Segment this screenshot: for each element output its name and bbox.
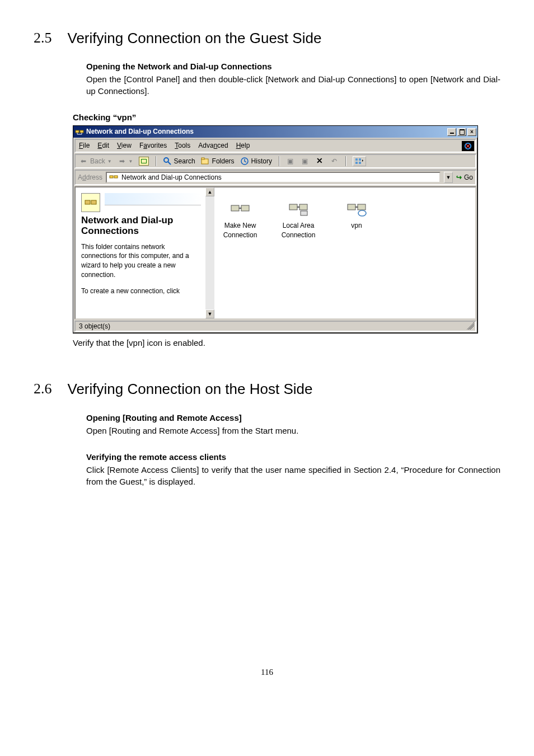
back-button: ⬅ Back ▼ bbox=[79, 157, 112, 166]
menu-view[interactable]: View bbox=[117, 141, 132, 151]
address-field[interactable]: Network and Dial-up Connections bbox=[106, 172, 441, 183]
copyto-icon: ▣ bbox=[301, 157, 310, 166]
delete-icon: ✕ bbox=[315, 157, 324, 166]
verify-block-26: Verifying the remote access clients Clic… bbox=[86, 451, 500, 487]
separator bbox=[345, 156, 346, 166]
svg-line-7 bbox=[168, 162, 171, 165]
svg-rect-18 bbox=[91, 200, 96, 204]
section-number: 2.5 bbox=[34, 28, 52, 48]
svg-rect-11 bbox=[355, 158, 358, 161]
scroll-down-button[interactable]: ▼ bbox=[205, 309, 214, 318]
up-folder-icon bbox=[139, 157, 149, 166]
svg-rect-19 bbox=[231, 205, 239, 211]
folder-banner-icon bbox=[81, 193, 100, 212]
svg-rect-13 bbox=[355, 162, 358, 164]
forward-arrow-icon: ➡ bbox=[118, 157, 127, 166]
icons-pane: Make New Connection Local Area Connectio… bbox=[205, 187, 475, 318]
svg-rect-17 bbox=[85, 200, 90, 204]
menu-advanced[interactable]: Advanced bbox=[198, 141, 228, 151]
vpn-label: vpn bbox=[334, 221, 379, 231]
section-2-6-heading: 2.6 Verifying Connection on the Host Sid… bbox=[34, 379, 500, 399]
separator bbox=[279, 156, 279, 166]
views-button[interactable] bbox=[353, 156, 366, 166]
left-scrollbar[interactable]: ▲ ▼ bbox=[205, 187, 214, 318]
opening-heading-25: Opening the Network and Dial-up Connecti… bbox=[86, 60, 500, 72]
search-icon bbox=[163, 157, 172, 166]
maximize-button[interactable] bbox=[457, 128, 466, 136]
svg-rect-23 bbox=[299, 204, 307, 210]
address-field-icon bbox=[109, 173, 118, 182]
network-folder-icon bbox=[75, 128, 84, 137]
search-label: Search bbox=[174, 157, 195, 166]
scroll-up-button[interactable]: ▲ bbox=[205, 187, 214, 196]
menu-edit[interactable]: Edit bbox=[97, 141, 109, 151]
up-button[interactable] bbox=[139, 157, 149, 166]
section-title: Verifying Connection on the Guest Side bbox=[68, 28, 322, 48]
vpn-icon bbox=[345, 196, 368, 219]
go-button[interactable]: ↪ Go bbox=[456, 173, 473, 182]
menu-help[interactable]: Help bbox=[236, 141, 250, 151]
svg-rect-25 bbox=[301, 211, 307, 215]
window-title: Network and Dial-up Connections bbox=[86, 127, 447, 137]
svg-rect-22 bbox=[289, 204, 297, 210]
menubar: File Edit View Favorites Tools Advanced … bbox=[74, 139, 476, 153]
explorer-window: Network and Dial-up Connections × File E… bbox=[73, 125, 478, 334]
delete-button[interactable]: ✕ bbox=[315, 157, 324, 166]
address-dropdown-button[interactable]: ▼ bbox=[444, 172, 453, 183]
svg-rect-9 bbox=[202, 158, 204, 159]
history-icon bbox=[240, 157, 249, 166]
left-info-pane: Network and Dial-up Connections This fol… bbox=[76, 187, 205, 318]
page-number: 116 bbox=[34, 666, 500, 678]
search-button[interactable]: Search bbox=[163, 157, 195, 166]
titlebar[interactable]: Network and Dial-up Connections × bbox=[73, 126, 477, 138]
scroll-track[interactable] bbox=[205, 196, 214, 309]
vpn-item[interactable]: vpn bbox=[334, 196, 379, 231]
content-area: Network and Dial-up Connections This fol… bbox=[74, 186, 476, 320]
address-label: Address bbox=[78, 173, 102, 182]
pane-title: Network and Dial-up Connections bbox=[81, 215, 201, 236]
opening-body-26: Open [Routing and Remote Access] from th… bbox=[86, 425, 500, 436]
svg-point-6 bbox=[164, 158, 168, 162]
pane-desc-2: To create a new connection, click bbox=[81, 287, 201, 296]
history-button[interactable]: History bbox=[240, 157, 272, 166]
verify-text-25: Verify that the [vpn] icon is enabled. bbox=[73, 337, 500, 349]
menu-favorites[interactable]: Favorites bbox=[139, 141, 167, 151]
pane-desc-1: This folder contains network connections… bbox=[81, 242, 201, 280]
resize-grip[interactable] bbox=[466, 322, 474, 330]
menu-tools[interactable]: Tools bbox=[175, 141, 190, 151]
svg-rect-26 bbox=[348, 204, 355, 210]
separator bbox=[156, 156, 156, 166]
folders-button[interactable]: Folders bbox=[201, 157, 235, 166]
undo-button: ↶ bbox=[330, 157, 339, 166]
forward-button: ➡ ▼ bbox=[118, 157, 133, 166]
section-number: 2.6 bbox=[34, 379, 52, 399]
section-title: Verifying Connection on the Host Side bbox=[68, 379, 313, 399]
checking-heading: Checking “vpn” bbox=[73, 111, 500, 123]
copyto-button: ▣ bbox=[301, 157, 310, 166]
svg-rect-15 bbox=[110, 176, 113, 178]
local-area-connection-label: Local Area Connection bbox=[276, 221, 321, 240]
moveto-icon: ▣ bbox=[286, 157, 295, 166]
status-text: 3 object(s) bbox=[79, 322, 110, 331]
svg-rect-12 bbox=[359, 158, 361, 161]
close-button[interactable]: × bbox=[467, 128, 476, 136]
toolbar: ⬅ Back ▼ ➡ ▼ Search Folders bbox=[74, 154, 476, 168]
verify-heading-26: Verifying the remote access clients bbox=[86, 451, 500, 463]
local-area-connection-item[interactable]: Local Area Connection bbox=[276, 196, 321, 240]
opening-body-25: Open the [Control Panel] and then double… bbox=[86, 73, 500, 97]
verify-body-26: Click [Remote Access Clients] to verify … bbox=[86, 464, 500, 487]
folders-icon bbox=[201, 157, 210, 166]
status-bar: 3 object(s) bbox=[74, 321, 476, 332]
make-new-connection-item[interactable]: Make New Connection bbox=[218, 196, 263, 240]
history-label: History bbox=[251, 157, 272, 166]
throbber-icon bbox=[462, 141, 474, 151]
opening-block-26: Opening [Routing and Remote Access] Open… bbox=[86, 412, 500, 436]
folders-label: Folders bbox=[212, 157, 235, 166]
back-label: Back bbox=[90, 157, 105, 166]
minimize-button[interactable] bbox=[447, 128, 456, 136]
menu-file[interactable]: File bbox=[79, 141, 90, 151]
svg-rect-14 bbox=[359, 162, 361, 164]
make-new-connection-icon bbox=[228, 196, 252, 219]
local-area-connection-icon bbox=[287, 196, 310, 219]
back-arrow-icon: ⬅ bbox=[79, 157, 88, 166]
